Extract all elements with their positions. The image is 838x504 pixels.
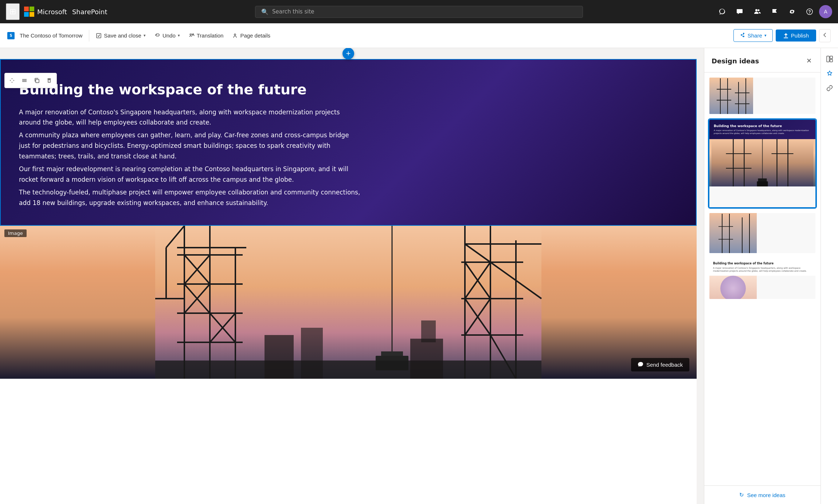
undo-button[interactable]: Undo ▾ <box>151 30 184 41</box>
image-section: Image <box>0 226 697 379</box>
move-icon <box>9 78 15 83</box>
side-rail-layout-button[interactable] <box>823 52 836 66</box>
construction-image: Send feedback <box>0 226 697 379</box>
svg-rect-68 <box>758 178 767 181</box>
design-panel-header: Design ideas ✕ <box>704 48 821 72</box>
design-card-2-thumbnail <box>709 139 815 186</box>
design-panel-close-button[interactable]: ✕ <box>805 55 813 66</box>
page-canvas: Building the workspace of the future A m… <box>0 59 697 504</box>
webpart-copy-button[interactable] <box>31 75 43 86</box>
waffle-menu-button[interactable]: ⊞ <box>6 3 20 20</box>
page-title: The Contoso of Tomorrow <box>20 32 82 39</box>
share-button[interactable]: Share ▾ <box>733 29 773 42</box>
design-card-4-circle <box>720 276 746 300</box>
toolbar-right: Share ▾ Publish <box>733 29 831 42</box>
page-favicon: S <box>7 32 15 39</box>
app-name: SharePoint <box>72 8 107 16</box>
hero-paragraph-3: Our first major redevelopment is nearing… <box>19 164 361 185</box>
hero-paragraph-4: The technology-fueled, multiphase projec… <box>19 187 361 208</box>
svg-rect-47 <box>301 328 323 379</box>
svg-rect-77 <box>827 56 829 62</box>
add-section-bar: + <box>0 48 697 59</box>
ms-logo[interactable]: Microsoft <box>24 7 67 17</box>
ms-logo-text: Microsoft <box>37 8 67 16</box>
svg-point-0 <box>755 9 757 11</box>
design-card-4-title: Building the workspace of the future <box>713 262 812 265</box>
collapse-button[interactable] <box>819 29 831 42</box>
side-rail <box>821 48 838 504</box>
translation-button[interactable]: Translation <box>185 30 227 41</box>
svg-rect-49 <box>421 320 436 342</box>
search-icon: 🔍 <box>261 8 269 15</box>
undo-dropdown-icon[interactable]: ▾ <box>178 33 180 38</box>
svg-rect-79 <box>830 59 833 62</box>
hero-paragraph-1: A major renovation of Contoso's Singapor… <box>19 107 361 128</box>
share-dropdown-icon[interactable]: ▾ <box>764 33 767 38</box>
publish-icon <box>783 33 789 39</box>
side-rail-design-button[interactable] <box>823 67 836 80</box>
svg-rect-10 <box>36 79 39 83</box>
link-icon <box>826 85 833 91</box>
nav-icons: ? A <box>714 4 832 20</box>
save-close-dropdown-icon[interactable]: ▾ <box>144 33 146 38</box>
webpart-settings-button[interactable] <box>19 75 30 86</box>
design-card-4-text: Building the workspace of the future A m… <box>709 259 815 276</box>
webpart-delete-button[interactable] <box>43 75 55 86</box>
svg-rect-78 <box>830 56 833 59</box>
design-card-2-inner: Building the workspace of the future A m… <box>709 120 815 207</box>
feedback-icon-btn[interactable] <box>714 4 730 20</box>
design-card-4[interactable]: Building the workspace of the future A m… <box>709 258 816 300</box>
send-feedback-button[interactable]: Send feedback <box>631 358 689 371</box>
design-card-3[interactable]: Building the workspace of the future A m… <box>709 212 816 254</box>
webpart-move-button[interactable] <box>6 75 18 86</box>
design-card-2-header: Building the workspace of the future A m… <box>709 120 815 139</box>
webpart-toolbar <box>4 73 57 88</box>
people-icon-btn[interactable] <box>749 4 765 20</box>
image-label: Image <box>4 229 27 237</box>
svg-rect-69 <box>757 181 768 186</box>
feedback-icon <box>638 362 643 367</box>
chat-icon-btn[interactable] <box>732 4 748 20</box>
page-title-btn[interactable]: The Contoso of Tomorrow <box>16 30 86 41</box>
construction-svg <box>0 226 697 379</box>
save-close-button[interactable]: Save and close ▾ <box>92 30 149 41</box>
side-rail-link-button[interactable] <box>823 82 836 95</box>
hero-section: Building the workspace of the future A m… <box>0 59 697 226</box>
canvas-area: + Building the workspace of <box>0 48 704 504</box>
translation-icon <box>189 33 195 39</box>
design-card-1[interactable]: Building the workspace of the future A m… <box>709 77 816 115</box>
hero-paragraph-2: A community plaza where employees can ga… <box>19 130 361 162</box>
design-card-4-inner: Building the workspace of the future A m… <box>709 259 815 299</box>
design-card-1-thumbnail <box>709 78 753 115</box>
svg-rect-4 <box>97 34 101 38</box>
help-icon-btn[interactable]: ? <box>802 4 818 20</box>
svg-rect-45 <box>155 361 541 379</box>
design-card-1-inner: Building the workspace of the future A m… <box>709 78 815 114</box>
design-panel-content[interactable]: Building the workspace of the future A m… <box>704 72 821 485</box>
hero-body: A major renovation of Contoso's Singapor… <box>19 107 361 208</box>
design-card-2-title: Building the workspace of the future <box>714 124 811 128</box>
page-details-label: Page details <box>240 32 270 39</box>
publish-button[interactable]: Publish <box>776 29 816 42</box>
add-section-button[interactable]: + <box>342 48 354 59</box>
design-card-2[interactable]: Building the workspace of the future A m… <box>709 119 816 208</box>
design-card-3-image <box>709 213 757 254</box>
svg-text:?: ? <box>808 9 811 15</box>
design-card-4-image <box>709 276 757 300</box>
see-more-ideas-button[interactable]: ↻ See more ideas <box>739 492 785 498</box>
design-card-3-inner: Building the workspace of the future A m… <box>709 213 815 253</box>
page-details-button[interactable]: Page details <box>228 30 274 41</box>
avatar[interactable]: A <box>819 5 832 18</box>
search-bar[interactable]: 🔍 Search this site <box>255 6 583 18</box>
share-icon <box>740 33 745 39</box>
flag-icon-btn[interactable] <box>767 4 783 20</box>
design-card-2-body: A major renovation of Contoso's Singapor… <box>714 129 811 135</box>
settings-icon-btn[interactable] <box>784 4 800 20</box>
copy-icon <box>34 78 40 83</box>
share-label: Share <box>748 32 762 39</box>
toolbar-divider-1 <box>89 30 89 42</box>
translation-label: Translation <box>197 32 224 39</box>
design-panel: Design ideas ✕ <box>704 48 821 504</box>
svg-rect-11 <box>155 226 541 379</box>
search-placeholder: Search this site <box>272 8 314 15</box>
